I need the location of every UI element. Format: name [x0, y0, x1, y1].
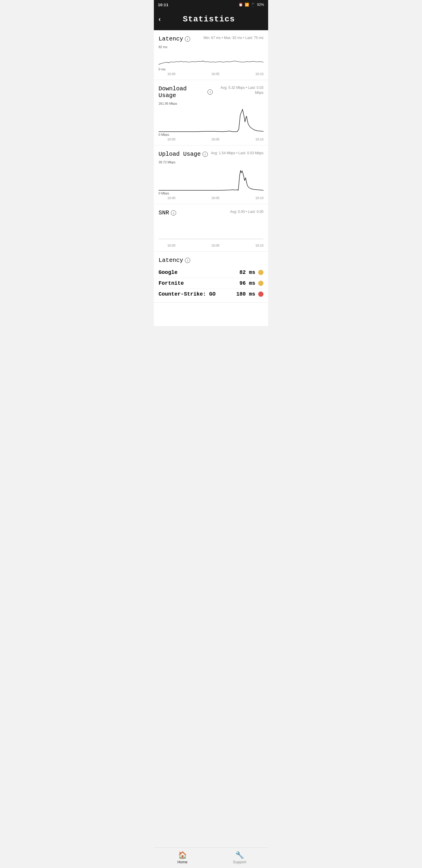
snr-info-icon[interactable]: i	[171, 210, 176, 216]
latency-item-right: 96 ms	[239, 280, 263, 286]
nav-support-label: Support	[233, 860, 247, 864]
status-bar: 10:11 ⏰ 📶 📱 92%	[154, 0, 268, 9]
latency-dot	[258, 291, 263, 297]
latency-item-value: 180 ms	[236, 291, 255, 297]
nav-home-label: Home	[177, 860, 188, 864]
upload-chart-section: Upload Usage i Avg: 1.54 Mbps • Last: 0.…	[154, 146, 268, 204]
page-title: Statistics	[164, 15, 254, 24]
latency-title: Latency i	[159, 35, 190, 42]
latency-item-right: 82 ms	[239, 270, 263, 275]
alarm-icon: ⏰	[238, 3, 243, 7]
nav-home[interactable]: 🏠 Home	[154, 848, 211, 868]
download-stats: Avg: 5.32 Mbps • Last: 0.03 Mbps	[213, 85, 263, 95]
latency-item-name: Counter-Strike: GO	[159, 291, 216, 297]
download-info-icon[interactable]: i	[207, 89, 213, 95]
latency-chart-section: Latency i Min: 67 ms • Max: 82 ms • Last…	[154, 30, 268, 80]
snr-chart-svg	[159, 219, 263, 240]
upload-info-icon[interactable]: i	[202, 152, 208, 157]
upload-y-min: 0 Mbps	[159, 191, 263, 195]
signal-icon: 📱	[251, 3, 255, 7]
snr-title: SNR i	[159, 209, 176, 216]
bottom-nav: 🏠 Home 🔧 Support	[154, 847, 268, 868]
latency-item-value: 96 ms	[239, 280, 255, 286]
upload-chart-svg	[159, 164, 263, 191]
latency-x-labels: 10:00 10:05 10:10	[159, 71, 263, 76]
download-chart-container: 261.95 Mbps 0 Mbps 10:00 10:05 10:10	[159, 102, 263, 141]
latency-info-icon[interactable]: i	[185, 36, 190, 42]
download-x-labels: 10:00 10:05 10:10	[159, 136, 263, 141]
download-y-min: 0 Mbps	[159, 133, 263, 136]
header: ‹ Statistics	[154, 9, 268, 30]
latency-y-max: 82 ms	[159, 45, 263, 49]
latency-item-name: Google	[159, 270, 177, 275]
latency-items-list: Google 82 ms Fortnite 96 ms Counter-Stri…	[159, 267, 263, 300]
download-section-header: Download Usage i Avg: 5.32 Mbps • Last: …	[159, 85, 263, 99]
battery-label: 92%	[257, 3, 264, 7]
upload-section-header: Upload Usage i Avg: 1.54 Mbps • Last: 0.…	[159, 151, 263, 157]
nav-support[interactable]: 🔧 Support	[211, 848, 268, 868]
snr-stats: Avg: 0.00 • Last: 0.00	[230, 209, 263, 214]
wifi-icon: 📶	[245, 3, 249, 7]
upload-title: Upload Usage i	[159, 151, 208, 157]
latency-item: Counter-Strike: GO 180 ms	[159, 289, 263, 300]
status-icons: ⏰ 📶 📱 92%	[238, 3, 264, 7]
download-title: Download Usage i	[159, 85, 213, 99]
upload-stats: Avg: 1.54 Mbps • Last: 0.03 Mbps	[211, 151, 263, 156]
back-button[interactable]: ‹	[159, 16, 161, 23]
home-icon: 🏠	[178, 851, 187, 859]
snr-x-labels: 10:00 10:05 10:10	[159, 243, 263, 247]
latency-chart-container: 82 ms 0 ms 10:00 10:05 10:10	[159, 45, 263, 76]
latency-dot	[258, 270, 263, 275]
latency-item-name: Fortnite	[159, 280, 184, 286]
latency-chart-svg	[159, 49, 263, 67]
latency-list-info-icon[interactable]: i	[185, 258, 190, 263]
latency-dot	[258, 281, 263, 286]
latency-item-right: 180 ms	[236, 291, 263, 297]
snr-section-header: SNR i Avg: 0.00 • Last: 0.00	[159, 209, 263, 216]
latency-list-title: Latency i	[159, 257, 263, 264]
download-chart-svg	[159, 106, 263, 132]
wrench-icon: 🔧	[235, 851, 244, 859]
latency-item: Google 82 ms	[159, 267, 263, 278]
latency-item-value: 82 ms	[239, 270, 255, 275]
main-content: Latency i Min: 67 ms • Max: 82 ms • Last…	[154, 30, 268, 326]
snr-section: SNR i Avg: 0.00 • Last: 0.00 10:00 10:05…	[154, 204, 268, 252]
download-chart-section: Download Usage i Avg: 5.32 Mbps • Last: …	[154, 80, 268, 146]
snr-chart-container: 10:00 10:05 10:10	[159, 219, 263, 247]
latency-section-header: Latency i Min: 67 ms • Max: 82 ms • Last…	[159, 35, 263, 42]
download-y-max: 261.95 Mbps	[159, 102, 263, 105]
latency-item: Fortnite 96 ms	[159, 278, 263, 289]
snr-chart-area	[159, 219, 263, 243]
status-time: 10:11	[158, 3, 168, 7]
latency-y-min: 0 ms	[159, 67, 263, 71]
latency-stats: Min: 67 ms • Max: 82 ms • Last: 75 ms	[204, 35, 263, 40]
upload-y-max: 39.72 Mbps	[159, 160, 263, 164]
upload-chart-container: 39.72 Mbps 0 Mbps 10:00 10:05 10:10	[159, 160, 263, 200]
upload-x-labels: 10:00 10:05 10:10	[159, 195, 263, 200]
latency-list-section: Latency i Google 82 ms Fortnite 96 ms Co…	[154, 252, 268, 303]
